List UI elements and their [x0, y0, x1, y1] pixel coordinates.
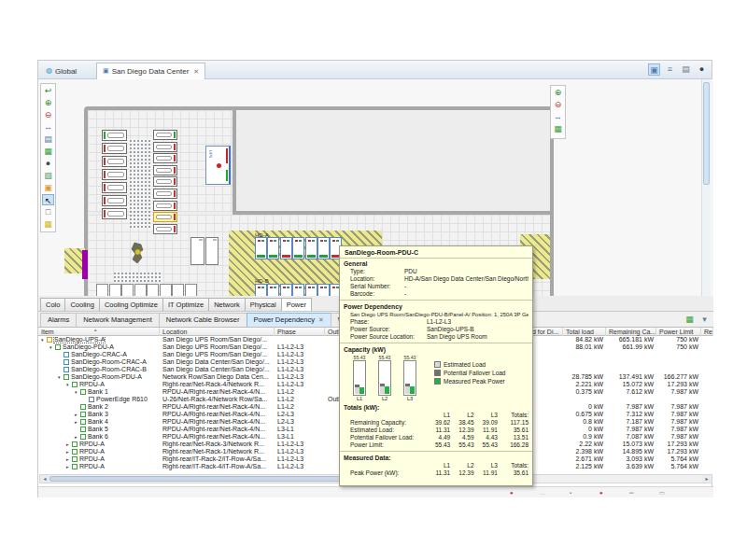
tab-san-diego-data-center[interactable]: ▣ San Diego Data Center ✕ [96, 63, 205, 79]
marquee-icon[interactable]: □ [42, 206, 54, 217]
rack-status-bar [174, 132, 176, 138]
view-tab-cooling-optimize[interactable]: Cooling Optimize [99, 298, 163, 311]
rack-selected[interactable] [153, 212, 177, 222]
browser-tab-power-dependency[interactable]: Power Dependency ✕ [247, 313, 331, 327]
scroll-right-icon[interactable]: ▸ [702, 475, 712, 483]
rack[interactable] [153, 153, 177, 163]
rack[interactable] [96, 284, 108, 296]
view-tab-it-optimize[interactable]: IT Optimize [162, 298, 209, 311]
rack-body [156, 191, 172, 196]
rack[interactable] [121, 284, 134, 296]
hd-rack[interactable] [267, 237, 279, 259]
zoom-in-icon[interactable]: ⊕ [552, 87, 564, 98]
grid-icon[interactable]: ▦ [42, 146, 54, 157]
rack[interactable] [172, 284, 184, 296]
rack[interactable] [102, 169, 127, 180]
browser-tab-alarms[interactable]: Alarms [40, 313, 77, 327]
hd-rack[interactable] [255, 237, 267, 259]
layers-icon[interactable]: ▤ [42, 133, 54, 145]
rack[interactable] [102, 195, 127, 206]
hd-rack[interactable] [292, 284, 304, 296]
task-indicator-icon[interactable]: ▪ [570, 489, 571, 497]
pan-icon[interactable]: ↩ [42, 85, 54, 96]
canvas-vertical-scrollbar[interactable] [701, 79, 711, 296]
column-header-limit[interactable]: Power Limit [656, 328, 701, 336]
browser-tab-network-management[interactable]: Network Management [76, 313, 159, 327]
rack[interactable] [109, 284, 121, 296]
browser-tab-network-cable-browser[interactable]: Network Cable Browser [159, 313, 247, 327]
item-label: Bank 3 [88, 411, 108, 417]
hd-rack[interactable] [280, 284, 292, 296]
rack[interactable] [153, 176, 177, 187]
column-header-item[interactable]: Item [38, 328, 160, 336]
zoom-out-icon[interactable]: ⊖ [552, 99, 564, 110]
zoom-out-icon[interactable]: ⊖ [42, 109, 54, 120]
view-tab-physical[interactable]: Physical [245, 298, 282, 311]
grid-view-icon[interactable]: ▦ [552, 123, 564, 134]
rack[interactable] [153, 189, 177, 199]
column-header-total[interactable]: Total load [563, 328, 606, 336]
restore-pane-icon[interactable]: ▣ [648, 63, 660, 76]
rack[interactable] [153, 165, 177, 175]
rack[interactable] [102, 208, 127, 219]
rack[interactable] [147, 284, 159, 296]
hd-rack[interactable] [317, 284, 330, 296]
rack[interactable] [153, 201, 177, 211]
rack[interactable] [102, 130, 127, 141]
rack[interactable] [102, 182, 127, 193]
hd-rack[interactable] [267, 284, 279, 296]
rack-green-mark [287, 240, 289, 242]
lock-icon[interactable]: ▣ [42, 182, 54, 193]
alert-indicator-icon[interactable]: ● [599, 489, 603, 497]
zoom-in-icon[interactable]: ⊕ [42, 97, 54, 108]
close-tab-icon[interactable]: ✕ [317, 316, 324, 323]
rack[interactable] [102, 143, 127, 154]
rack[interactable] [134, 284, 147, 296]
column-header-phase[interactable]: Phase [275, 328, 325, 336]
total-cell [563, 366, 606, 373]
heap-indicator-icon[interactable]: ▭ [659, 489, 665, 497]
fit-view-icon[interactable]: ↔ [42, 121, 54, 133]
column-header-remaining[interactable]: Remaining Ca... [606, 328, 656, 336]
rack[interactable] [185, 284, 197, 296]
progress-indicator-icon[interactable]: ▪▪ [629, 489, 633, 497]
rack[interactable] [153, 224, 177, 234]
fit-view-icon[interactable]: ↔ [552, 111, 564, 122]
table-icon[interactable]: ▦ [42, 218, 54, 230]
rack[interactable] [153, 130, 177, 140]
table-view-icon[interactable]: ▦ [684, 314, 696, 326]
location-cell: Right-rear/IT-Rack-4/IT-Row-A/Sa... [160, 463, 275, 470]
list-view-icon[interactable]: ≡ [664, 63, 676, 76]
tooltip-title: SanDiego-Room-PDU-C [340, 246, 532, 259]
hd-rack[interactable] [317, 237, 330, 259]
globe-dark-icon[interactable]: ● [696, 63, 708, 76]
view-tab-cooling[interactable]: Cooling [64, 298, 99, 311]
ups-unit[interactable]: UPS [205, 146, 231, 185]
hd-rack[interactable] [255, 284, 267, 296]
rack[interactable] [160, 284, 172, 296]
crac-unit-pair[interactable] [190, 237, 218, 265]
export-image-icon[interactable]: ▧ [42, 170, 54, 181]
scroll-left-icon[interactable]: ◂ [40, 475, 49, 483]
tab-global[interactable]: ◍ Global [40, 63, 82, 79]
hd-rack[interactable] [305, 237, 317, 259]
minimize-pane-icon[interactable]: ▾ [698, 314, 711, 326]
hd-rack[interactable] [305, 284, 317, 296]
rack[interactable] [102, 156, 127, 167]
view-tab-network[interactable]: Network [208, 298, 246, 311]
column-header-location[interactable]: Location [160, 328, 275, 336]
layout-icon[interactable]: ▤ [680, 63, 692, 76]
error-indicator-icon[interactable]: ● [510, 489, 514, 497]
hd-rack[interactable] [292, 237, 304, 259]
column-header-re[interactable]: Re... [701, 328, 713, 336]
rack-load-bar [294, 255, 303, 258]
rack[interactable] [153, 142, 177, 152]
view-tab-colo[interactable]: Colo [40, 298, 65, 311]
select-cursor-icon[interactable]: ↖ [42, 194, 54, 205]
ellipsis-icon[interactable]: … [540, 489, 545, 497]
close-tab-icon[interactable]: ✕ [193, 68, 199, 76]
sphere-icon[interactable]: ● [42, 158, 54, 169]
hd-rack[interactable] [280, 237, 292, 259]
view-tab-power[interactable]: Power [281, 298, 312, 311]
ups-red-bar [226, 148, 228, 163]
